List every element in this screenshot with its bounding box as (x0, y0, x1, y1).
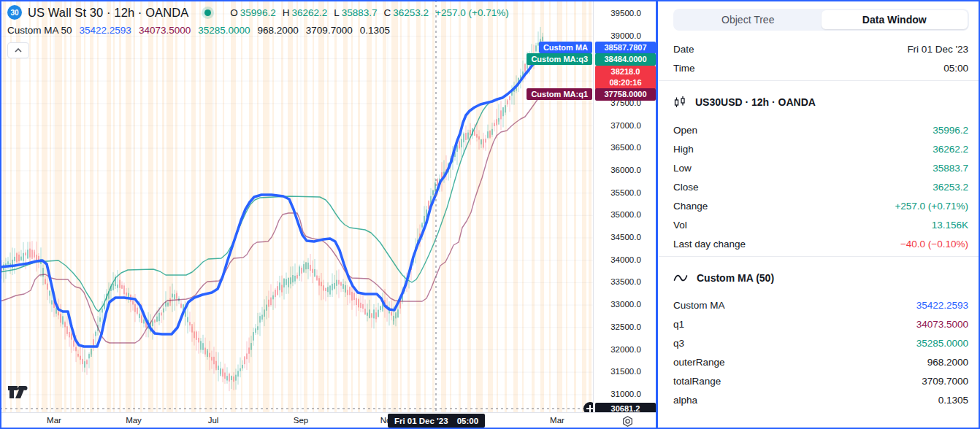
ohlc-value: 36253.2 (393, 7, 429, 18)
data-row: alpha0.1305 (659, 390, 979, 409)
symbol-section-title: US30USD · 12h · OANDA (695, 96, 816, 108)
price-tick-label: 34500.0 (594, 233, 658, 241)
data-row-value: 35883.7 (933, 163, 968, 174)
crosshair-time: 05:00 (457, 417, 478, 425)
panel-divider (659, 256, 979, 257)
data-row: Close36253.2 (659, 177, 979, 196)
data-row-label: Open (673, 125, 697, 136)
data-row: Custom MA35422.2593 (659, 295, 979, 314)
data-row-value: 35422.2593 (916, 300, 968, 311)
indicator-values: 35422.259334073.500035285.0000968.200037… (80, 25, 390, 36)
panel-divider (659, 80, 979, 81)
time-tick-label: Mar (47, 416, 61, 425)
price-label: 38587.7807 (595, 42, 656, 54)
price-label: 37758.0000 (595, 88, 656, 101)
data-row-value: 35996.2 (933, 125, 968, 136)
data-row: Last day change−40.0 (−0.10%) (659, 234, 979, 253)
data-row-label: Vol (673, 220, 687, 231)
data-row-label: outerRange (673, 357, 725, 368)
data-row: High36262.2 (659, 139, 979, 158)
data-row-value: 36253.2 (933, 182, 968, 193)
indicator-value: 968.2000 (258, 25, 299, 36)
symbol-logo: 30 (7, 5, 22, 20)
ohlc-values: O35996.2H36262.2L35883.7C36253.2 (230, 7, 429, 18)
data-row-label: q3 (673, 338, 684, 349)
data-row-value: +257.0 (+0.71%) (895, 201, 968, 212)
crosshair-date: Fri 01 Dec '23 (394, 417, 448, 425)
indicator-section-header: Custom MA (50) (673, 268, 968, 287)
data-row-value: 0.1305 (938, 395, 968, 406)
data-row-value: −40.0 (−0.10%) (900, 239, 968, 250)
data-row-value: 13.156K (932, 220, 968, 231)
data-row: outerRange968.2000 (659, 352, 979, 371)
price-tick-label: 32000.0 (594, 345, 658, 354)
add-alert-plus-button[interactable] (583, 402, 593, 412)
data-window-panel: Object Tree Data Window DateFri 01 Dec '… (659, 0, 979, 429)
tradingview-logo (7, 384, 29, 403)
data-row: Time05:00 (659, 58, 979, 77)
series-tag: Custom MA:q1 (527, 88, 592, 100)
panel-tabs: Object Tree Data Window (673, 9, 969, 31)
data-row: q335285.0000 (659, 333, 979, 352)
datetime-rows: DateFri 01 Dec '23Time05:00 (659, 39, 979, 77)
ohlc-key: O (230, 7, 238, 18)
data-row-value: Fri 01 Dec '23 (907, 44, 968, 55)
tradingview-app: 30 US Wall St 30 · 12h · OANDA O35996.2H… (0, 0, 980, 429)
indicator-title[interactable]: Custom MA 50 (7, 25, 72, 36)
data-row: Change+257.0 (+0.71%) (659, 196, 979, 215)
price-label: 38484.0000 (595, 53, 656, 66)
price-tick-label: 35000.0 (594, 210, 658, 219)
data-row-label: alpha (673, 395, 697, 406)
tab-object-tree[interactable]: Object Tree (675, 10, 822, 29)
indicator-rows: Custom MA35422.2593q134073.5000q335285.0… (659, 295, 979, 409)
data-row-label: Change (673, 201, 708, 212)
price-label: 38218.008:20:16 (595, 66, 656, 90)
data-row-label: q1 (673, 319, 684, 330)
time-tick-label: May (126, 416, 142, 425)
price-tick-label: 36000.0 (594, 166, 658, 174)
chart-canvas[interactable] (0, 0, 593, 412)
change-value: +257.0 (+0.71%) (435, 7, 509, 18)
ohlc-key: H (283, 7, 290, 18)
price-tick-label: 31000.0 (594, 390, 658, 398)
indicator-value: 0.1305 (360, 25, 390, 36)
data-row-value: 05:00 (943, 63, 968, 74)
data-row: Vol13.156K (659, 215, 979, 234)
price-tick-label: 33000.0 (594, 300, 658, 309)
axis-settings-gear-icon[interactable] (621, 415, 634, 429)
indicator-value: 35422.2593 (80, 25, 131, 36)
candlestick-icon (673, 96, 686, 109)
data-row-label: Last day change (673, 239, 746, 250)
wave-icon (673, 273, 688, 283)
data-row-label: Custom MA (673, 300, 725, 311)
crosshair-time-label: Fri 01 Dec '23 05:00 (388, 414, 485, 428)
tab-data-window[interactable]: Data Window (822, 10, 968, 29)
price-tick-label: 33500.0 (594, 277, 658, 286)
data-row-value: 35285.0000 (916, 338, 968, 349)
data-row-label: Date (673, 44, 694, 55)
data-row-label: Time (673, 63, 695, 74)
indicator-value: 3709.7000 (306, 25, 353, 36)
series-tag: Custom MA:q3 (527, 53, 592, 65)
pane-divider[interactable] (656, 0, 658, 429)
price-tick-label: 39500.0 (594, 9, 658, 18)
symbol-header-row: 30 US Wall St 30 · 12h · OANDA O35996.2H… (7, 4, 509, 21)
data-row-value: 3709.7000 (922, 376, 968, 387)
time-axis[interactable]: MarMayJulSepNovMar Fri 01 Dec '23 05:00 (0, 412, 657, 429)
chart-pane[interactable]: 30 US Wall St 30 · 12h · OANDA O35996.2H… (0, 0, 593, 412)
ohlc-key: C (384, 7, 391, 18)
symbol-title[interactable]: US Wall St 30 · 12h · OANDA (28, 6, 188, 20)
data-row-value: 34073.5000 (916, 319, 968, 330)
data-row: Low35883.7 (659, 158, 979, 177)
price-tick-label: 36500.0 (594, 143, 658, 152)
indicator-value: 35285.0000 (198, 25, 250, 36)
collapse-legend-button[interactable] (7, 42, 29, 58)
symbol-rows: Open35996.2High36262.2Low35883.7Close362… (659, 120, 979, 253)
time-tick-label: Jul (208, 416, 219, 425)
data-row-value: 968.2000 (927, 357, 968, 368)
data-row-label: High (673, 144, 694, 155)
ohlc-value: 36262.2 (291, 7, 327, 18)
chart-legend: 30 US Wall St 30 · 12h · OANDA O35996.2H… (7, 4, 509, 58)
price-axis[interactable]: 39500.039000.038500.038000.037500.037000… (593, 0, 658, 412)
data-row-label: totalRange (673, 376, 721, 387)
